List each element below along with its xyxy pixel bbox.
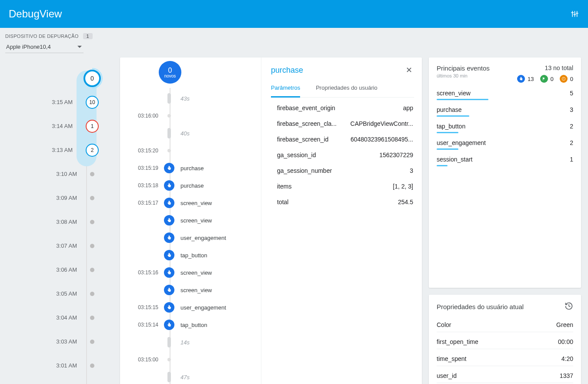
gap-label: 47s xyxy=(180,374,190,381)
parameter-key: total xyxy=(277,199,288,205)
stream-event-row[interactable]: 03:15:17 screen_view xyxy=(133,194,257,212)
top-event-row[interactable]: user_engagement 2 xyxy=(437,139,573,150)
stream-event-row[interactable]: 03:15:19 purchase xyxy=(133,159,257,177)
top-events-title: Principais eventos xyxy=(437,64,490,72)
stream-event-name: user_engagement xyxy=(180,235,226,241)
minute-item[interactable]: 3:01 AM xyxy=(0,354,113,377)
top-event-row[interactable]: purchase 3 xyxy=(437,106,573,117)
touch-icon xyxy=(164,163,174,173)
stream-event-name: screen_view xyxy=(180,287,212,293)
minute-time: 3:03 AM xyxy=(51,338,77,345)
stream-event-name: screen_view xyxy=(180,269,212,276)
stream-tick xyxy=(167,149,171,152)
chevron-down-icon xyxy=(77,46,82,48)
top-event-count: 1 xyxy=(570,156,573,163)
user-props-title: Propriedades do usuário atual xyxy=(437,303,524,310)
minute-item[interactable]: 3:08 AM xyxy=(0,210,113,234)
parameter-row[interactable]: firebase_screen_id 60480323961508495... xyxy=(277,136,413,143)
stream-tick-row: 03:15:00 xyxy=(133,351,257,368)
top-events-badges: 13 0 0 xyxy=(517,75,573,83)
stream-event-row[interactable]: 03:15:14 tap_button xyxy=(133,316,257,333)
user-props-card: Propriedades do usuário atual Color Gree… xyxy=(429,295,581,384)
user-prop-row[interactable]: user_id 1337 xyxy=(437,372,573,383)
touch-icon xyxy=(164,180,174,191)
stream-new-label: novos xyxy=(164,74,176,78)
top-event-row[interactable]: screen_view 5 xyxy=(437,90,573,100)
stream-event-name: tap_button xyxy=(180,322,207,328)
minute-bubble: 1 xyxy=(86,120,99,133)
parameter-row[interactable]: total 254.5 xyxy=(277,199,413,205)
minute-dot xyxy=(90,292,94,296)
history-icon[interactable] xyxy=(565,302,573,312)
gap-pill xyxy=(167,337,171,347)
minute-time: 3:06 AM xyxy=(51,266,77,273)
close-icon[interactable]: ✕ xyxy=(404,64,414,77)
stream-event-row[interactable]: 03:15:18 purchase xyxy=(133,177,257,194)
touch-icon xyxy=(164,215,174,226)
touch-icon xyxy=(517,75,525,83)
device-select[interactable]: Apple iPhone10,4 xyxy=(5,41,84,53)
stream-time: 03:15:14 xyxy=(133,322,158,328)
event-detail-panel: purchase ✕ Parâmetros Propriedades do us… xyxy=(261,57,422,384)
top-event-row[interactable]: session_start 1 xyxy=(437,156,573,166)
minute-dot xyxy=(90,172,94,176)
minute-item[interactable]: 3:06 AM xyxy=(0,258,113,282)
stream-event-row[interactable]: 03:15:16 screen_view xyxy=(133,264,257,281)
touch-icon xyxy=(164,302,174,313)
parameter-value: app xyxy=(403,104,413,111)
minute-item[interactable]: 3:05 AM xyxy=(0,282,113,306)
stream-tick xyxy=(167,358,171,361)
minute-time: 3:09 AM xyxy=(51,195,77,201)
top-events-card: Principais eventos últimos 30 min 13 no … xyxy=(429,57,581,288)
gap-label: 40s xyxy=(180,130,190,137)
minute-item[interactable]: 3:03 AM xyxy=(0,330,113,354)
user-prop-row[interactable]: first_open_time 00:00 xyxy=(437,338,573,349)
badge-green-value: 0 xyxy=(551,76,554,82)
top-event-bar xyxy=(437,99,488,100)
stream-time: 03:15:20 xyxy=(133,148,158,154)
stream-event-row[interactable]: screen_view xyxy=(133,281,257,299)
user-prop-value: Green xyxy=(556,321,573,328)
stream-card: 0 novos 43s 03:16:00 40s 03:15:20 03:15:… xyxy=(120,57,422,384)
tab-parameters[interactable]: Parâmetros xyxy=(271,84,300,98)
user-prop-key: user_id xyxy=(437,372,457,379)
minute-item[interactable]: 3:10 AM xyxy=(0,162,113,186)
stream-event-row[interactable]: screen_view xyxy=(133,212,257,229)
stream-event-row[interactable]: 03:15:15 user_engagement xyxy=(133,299,257,316)
parameter-row[interactable]: ga_session_number 3 xyxy=(277,167,413,174)
parameter-row[interactable]: firebase_event_origin app xyxy=(277,104,413,111)
parameter-value: 3 xyxy=(410,167,413,174)
top-event-name: screen_view xyxy=(437,90,471,97)
stream-time: 03:15:19 xyxy=(133,165,158,171)
top-events-total: 13 no total xyxy=(517,64,573,71)
minute-item[interactable]: 3:07 AM xyxy=(0,234,113,258)
user-prop-row[interactable]: Color Green xyxy=(437,321,573,332)
parameter-row[interactable]: firebase_screen_cla... CAPBridgeViewCont… xyxy=(277,120,413,127)
stream-event-name: user_engagement xyxy=(180,304,226,311)
stream-event-name: tap_button xyxy=(180,252,207,259)
app-header: DebugView xyxy=(0,0,588,28)
top-event-name: session_start xyxy=(437,156,472,163)
stream-tick-row: 03:16:00 xyxy=(133,107,257,125)
user-prop-row[interactable]: time_spent 4:20 xyxy=(437,355,573,366)
parameter-value: 254.5 xyxy=(398,199,413,205)
minute-current[interactable]: 0 xyxy=(0,66,113,90)
minute-item[interactable]: 3:09 AM xyxy=(0,186,113,210)
minute-bubble: 10 xyxy=(86,96,99,109)
parameter-key: firebase_screen_id xyxy=(277,136,328,143)
minute-time: 3:08 AM xyxy=(51,219,77,225)
stream-event-row[interactable]: user_engagement xyxy=(133,229,257,246)
top-event-row[interactable]: tap_button 2 xyxy=(437,123,573,133)
minute-time: 3:04 AM xyxy=(51,314,77,321)
tab-user-properties[interactable]: Propriedades do usuário xyxy=(316,84,378,97)
parameter-row[interactable]: items [1, 2, 3] xyxy=(277,183,413,190)
parameter-key: ga_session_id xyxy=(277,152,316,158)
touch-icon xyxy=(164,267,174,278)
stream-event-row[interactable]: tap_button xyxy=(133,246,257,264)
parameter-row[interactable]: ga_session_id 1562307229 xyxy=(277,152,413,158)
stream-gap-row: 47s xyxy=(133,368,257,384)
minute-item[interactable]: 3:04 AM xyxy=(0,306,113,330)
minute-time: 3:13 AM xyxy=(47,147,73,153)
user-prop-value: 00:00 xyxy=(558,338,573,345)
settings-icon[interactable] xyxy=(569,9,579,19)
